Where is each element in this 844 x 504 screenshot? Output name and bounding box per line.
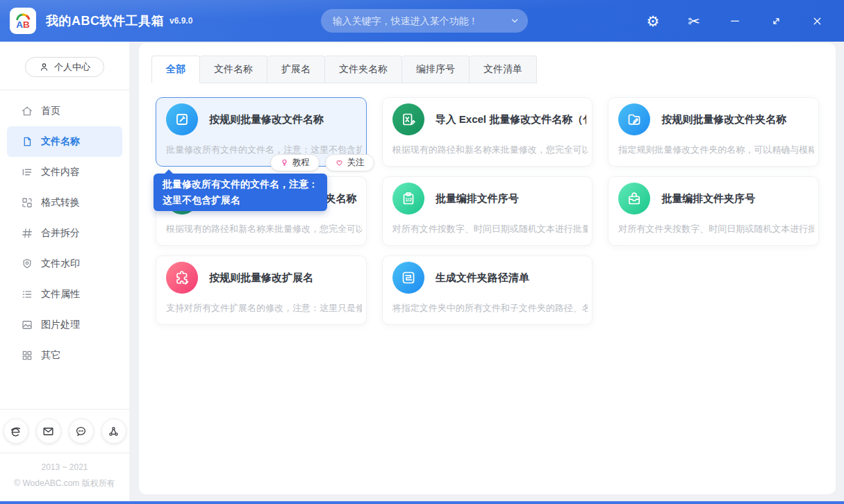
sidebar-item-label: 其它: [41, 349, 60, 362]
sidebar-item-others[interactable]: 其它: [7, 340, 122, 371]
sequence-folder-icon: [618, 183, 650, 215]
app-title: 我的ABC软件工具箱: [46, 12, 164, 29]
file-name-icon: [21, 135, 33, 148]
file-content-icon: [21, 166, 33, 178]
card-title: 按规则批量修改文件名称: [209, 98, 361, 141]
tab-file-name[interactable]: 文件名称: [200, 56, 267, 83]
file-attributes-icon: [21, 288, 33, 301]
resize-button[interactable]: [767, 12, 785, 30]
card-title: 批量编排文件夹序号: [661, 177, 813, 220]
copyright: 2013 ~ 2021 © WodeABC.com 版权所有: [0, 453, 129, 501]
excel-edit-icon: [392, 103, 424, 135]
screenshot-button[interactable]: ✂: [685, 12, 703, 30]
close-icon: [811, 15, 823, 27]
email-button[interactable]: [36, 419, 61, 444]
browser-link-button[interactable]: [3, 419, 28, 444]
card-description: 将指定文件夹中的所有文件和子文件夹的路径、名称: [392, 302, 588, 314]
card-tooltip: 批量修改所有文件的文件名，注意：这里不包含扩展名: [154, 174, 327, 211]
tab-file-list[interactable]: 文件清单: [470, 56, 537, 83]
chevron-down-icon[interactable]: [509, 16, 519, 26]
app-window: A B 我的ABC软件工具箱 v6.9.0 ⚙ ✂: [0, 0, 844, 504]
resize-icon: [770, 15, 782, 27]
sidebar-item-file-name[interactable]: 文件名称: [7, 126, 122, 157]
share-button[interactable]: [101, 419, 126, 444]
card-description: 对所有文件夹按数字、时间日期或随机文本进行批量: [618, 223, 814, 235]
sidebar-footer: 2013 ~ 2021 © WodeABC.com 版权所有: [0, 409, 129, 501]
chat-button[interactable]: [69, 419, 94, 444]
tab-label: 全部: [166, 63, 185, 76]
tab-all[interactable]: 全部: [151, 56, 200, 83]
person-icon: [39, 62, 49, 72]
folder-edit-icon: [618, 103, 650, 135]
card-title: 批量编排文件序号: [436, 177, 587, 220]
heart-icon: [335, 158, 344, 167]
merge-split-icon: [21, 227, 33, 240]
path-list-icon: [392, 262, 424, 294]
card-description: 对所有文件按数字、时间日期或随机文本进行批量修: [392, 223, 588, 235]
feature-card-rename-files[interactable]: 按规则批量修改文件名称 批量修改所有文件的文件名，注意：这里不包含扩展名 教程 …: [156, 97, 367, 167]
tab-extension[interactable]: 扩展名: [267, 56, 325, 83]
tab-folder-name[interactable]: 文件夹名称: [325, 56, 402, 83]
minimize-button[interactable]: [726, 12, 744, 30]
edit-file-icon: [166, 103, 198, 135]
sidebar-item-image-process[interactable]: 图片处理: [7, 310, 122, 340]
feature-card-excel-rename-files[interactable]: 导入 Excel 批量修改文件名称（包含 根据现有的路径和新名称来批量修改，您完…: [382, 97, 593, 167]
card-description: 根据现有的路径和新名称来批量修改，您完全可以利: [392, 144, 588, 156]
svg-text:B: B: [23, 19, 30, 30]
extension-edit-icon: [166, 262, 198, 294]
sidebar-item-home[interactable]: 首页: [7, 96, 122, 126]
mail-icon: [42, 425, 55, 438]
search-input[interactable]: [320, 9, 527, 33]
follow-label: 关注: [347, 157, 365, 169]
tab-label: 编排序号: [416, 63, 455, 76]
card-description: 根据现有的路径和新名称来批量修改，您完全可以利: [166, 223, 362, 235]
sidebar-item-watermark[interactable]: 文件水印: [7, 249, 122, 279]
sidebar-item-format-convert[interactable]: 格式转换: [7, 187, 122, 218]
minimize-icon: [729, 15, 741, 27]
tutorial-button[interactable]: 教程: [270, 154, 320, 171]
sidebar-item-merge-split[interactable]: 合并拆分: [7, 218, 122, 249]
feature-card-grid: 按规则批量修改文件名称 批量修改所有文件的文件名，注意：这里不包含扩展名 教程 …: [139, 83, 836, 339]
tutorial-label: 教程: [292, 157, 310, 169]
sidebar-item-label: 合并拆分: [41, 227, 80, 240]
settings-button[interactable]: ⚙: [644, 12, 662, 30]
profile-button[interactable]: 个人中心: [25, 57, 104, 77]
category-tabs: 全部 文件名称 扩展名 文件夹名称 编排序号 文件清单: [139, 43, 836, 83]
app-version: v6.9.0: [169, 16, 192, 26]
card-title: 按规则批量修改文件夹名称: [661, 98, 813, 141]
format-convert-icon: [21, 196, 33, 209]
titlebar: A B 我的ABC软件工具箱 v6.9.0 ⚙ ✂: [0, 0, 844, 42]
app-logo: A B: [10, 8, 36, 34]
scissors-icon: ✂: [688, 14, 700, 28]
sidebar-item-file-content[interactable]: 文件内容: [7, 157, 122, 187]
svg-text:A: A: [16, 19, 23, 30]
settings-icon: ⚙: [647, 14, 660, 28]
feature-card-change-extension[interactable]: 按规则批量修改扩展名 支持对所有文件扩展名的修改，注意：这里只是修改: [156, 255, 367, 325]
copyright-owner: © WodeABC.com 版权所有: [0, 476, 129, 492]
follow-button[interactable]: 关注: [325, 154, 374, 171]
tab-label: 文件名称: [214, 63, 253, 76]
home-icon: [21, 105, 33, 117]
feature-card-path-list[interactable]: 生成文件夹路径清单 将指定文件夹中的所有文件和子文件夹的路径、名称: [382, 255, 593, 325]
tab-sequence[interactable]: 编排序号: [402, 56, 470, 83]
card-title: 导入 Excel 批量修改文件名称（包含: [436, 98, 587, 141]
lightbulb-icon: [280, 158, 289, 167]
feature-card-rename-folders[interactable]: 按规则批量修改文件夹名称 指定规则批量修改文件夹的名称，可以精确与模糊查: [608, 97, 819, 167]
profile-label: 个人中心: [54, 61, 90, 74]
sidebar-item-label: 文件名称: [41, 135, 80, 148]
app-logo-icon: A B: [13, 10, 33, 31]
feature-card-number-folders[interactable]: 批量编排文件夹序号 对所有文件夹按数字、时间日期或随机文本进行批量: [608, 176, 819, 246]
share-icon: [107, 425, 120, 438]
quick-search: [320, 9, 527, 33]
feature-card-number-files[interactable]: 1/2 批量编排文件序号 对所有文件按数字、时间日期或随机文本进行批量修: [382, 176, 593, 246]
close-button[interactable]: [808, 12, 826, 30]
sidebar-item-label: 格式转换: [41, 196, 80, 209]
sidebar-nav: 首页 文件名称 文件内容 格式转换 合并拆分: [0, 90, 129, 371]
card-description: 支持对所有文件扩展名的修改，注意：这里只是修改: [166, 302, 362, 314]
sidebar-item-file-attributes[interactable]: 文件属性: [7, 279, 122, 310]
sidebar-item-label: 首页: [41, 105, 60, 117]
card-actions: 教程 关注: [270, 154, 374, 171]
chat-icon: [74, 425, 88, 438]
watermark-icon: [21, 258, 33, 270]
sidebar: 个人中心 首页 文件名称 文件内容 格式转换: [0, 42, 129, 501]
